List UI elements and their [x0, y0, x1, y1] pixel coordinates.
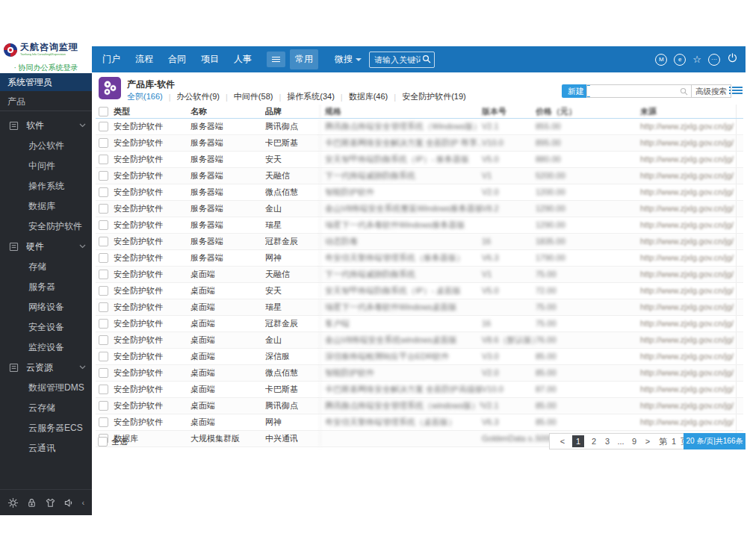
nav-item-4[interactable]: 项目 — [201, 53, 219, 66]
nav-item-2[interactable]: 流程 — [135, 53, 153, 66]
gear-icon[interactable] — [7, 497, 19, 508]
cell-source[interactable]: http://www.zjxlg.gov.cn/jg/ — [640, 299, 736, 315]
sidebar-section-product[interactable]: 产品 — [0, 91, 92, 111]
nav-item-changyong[interactable]: 常用 — [290, 49, 318, 69]
row-checkbox[interactable] — [99, 385, 108, 394]
global-search-box[interactable] — [369, 52, 435, 68]
row-checkbox[interactable] — [99, 335, 108, 345]
nav-item-5[interactable]: 人事 — [234, 53, 252, 66]
row-checkbox[interactable] — [99, 237, 108, 246]
cell-source[interactable]: http://www.zjxlg.gov.cn/jg/ — [640, 382, 736, 397]
sidebar-item-3-1[interactable]: 数据管理DMS — [0, 378, 92, 398]
sidebar-item-1-2[interactable]: 中间件 — [0, 156, 92, 176]
sidebar-item-1-3[interactable]: 操作系统 — [0, 176, 92, 196]
list-view-icon[interactable] — [732, 85, 743, 96]
cell-source[interactable]: http://www.zjxlg.gov.cn/jg/ — [640, 267, 736, 282]
sidebar-group-3[interactable]: 云资源 — [0, 358, 92, 378]
advanced-search-button[interactable]: 高级搜索 — [691, 84, 731, 98]
cell-source[interactable]: http://www.zjxlg.gov.cn/jg/ — [640, 201, 736, 217]
cell-source[interactable]: http://www.zjxlg.gov.cn/jg/ — [640, 184, 736, 200]
page-button-1[interactable]: 1 — [572, 435, 584, 447]
row-checkbox[interactable] — [99, 122, 108, 131]
favorite-star-icon[interactable]: ☆ — [692, 55, 701, 65]
row-checkbox[interactable] — [99, 319, 108, 329]
header-checkbox[interactable] — [99, 107, 108, 116]
row-checkbox[interactable] — [99, 270, 108, 279]
cell-source[interactable]: http://www.zjxlg.gov.cn/jg/ — [640, 234, 736, 249]
row-checkbox[interactable] — [99, 155, 108, 164]
prev-page-button[interactable]: < — [559, 437, 566, 446]
table-search-box[interactable] — [586, 84, 691, 98]
cell-source[interactable]: http://www.zjxlg.gov.cn/jg/ — [640, 250, 736, 266]
next-page-button[interactable]: > — [644, 437, 651, 446]
collapse-left-icon[interactable]: ‹ — [81, 498, 84, 507]
cell-source[interactable]: http://www.zjxlg.gov.cn/jg/ — [640, 135, 736, 151]
cell-source[interactable]: http://www.zjxlg.gov.cn/jg/ — [640, 398, 736, 414]
page-button-3[interactable]: 3 — [604, 437, 611, 446]
sidebar-item-2-2[interactable]: 服务器 — [0, 277, 92, 297]
cell-source[interactable]: http://www.zjxlg.gov.cn/jg/ — [640, 217, 736, 233]
sidebar-item-2-3[interactable]: 网络设备 — [0, 297, 92, 317]
table-search-input[interactable] — [587, 86, 680, 96]
global-search-input[interactable] — [373, 55, 422, 65]
sidebar-item-3-4[interactable]: 云通讯 — [0, 438, 92, 458]
m-badge-icon[interactable]: M — [655, 54, 667, 66]
lock-icon[interactable] — [26, 497, 37, 508]
row-checkbox[interactable] — [99, 220, 108, 230]
sidebar-item-3-2[interactable]: 云存储 — [0, 398, 92, 418]
cell-source[interactable]: http://www.zjxlg.gov.cn/jg/ — [640, 414, 736, 430]
jump-page-value[interactable]: 1 — [670, 437, 678, 446]
cell-source[interactable]: http://www.zjxlg.gov.cn/jg/ — [640, 332, 736, 348]
row-checkbox[interactable] — [99, 417, 108, 427]
select-all[interactable]: 全选 — [98, 436, 128, 447]
row-checkbox[interactable] — [99, 253, 108, 263]
sidebar-item-3-3[interactable]: 云服务器ECS — [0, 418, 92, 438]
cell-source[interactable]: http://www.zjxlg.gov.cn/jg/ — [640, 316, 736, 332]
sidebar-item-2-5[interactable]: 监控设备 — [0, 337, 92, 358]
cell-source[interactable]: http://www.zjxlg.gov.cn/jg/ — [640, 168, 736, 184]
cell-source[interactable]: http://www.zjxlg.gov.cn/jg/ — [640, 349, 736, 364]
sidebar-group-2[interactable]: 硬件 — [0, 237, 92, 257]
row-checkbox[interactable] — [99, 352, 108, 361]
reply-icon[interactable]: e — [674, 54, 686, 66]
sidebar-item-1-1[interactable]: 办公软件 — [0, 136, 92, 156]
tab-3[interactable]: 中间件(58) — [234, 91, 273, 102]
page-button-2[interactable]: 2 — [590, 437, 598, 446]
sidebar-item-2-4[interactable]: 安全设备 — [0, 317, 92, 337]
tab-2[interactable]: 办公软件(9) — [177, 91, 220, 102]
select-all-checkbox[interactable] — [98, 437, 108, 447]
cell-source[interactable]: http://www.zjxlg.gov.cn/jg/ — [640, 365, 736, 381]
search-icon[interactable] — [422, 53, 431, 66]
page-button-9[interactable]: 9 — [630, 437, 638, 446]
power-icon[interactable] — [727, 52, 738, 66]
more-icon[interactable]: ··· — [708, 54, 720, 66]
nav-item-1[interactable]: 门户 — [102, 53, 120, 66]
tab-6[interactable]: 安全防护软件(19) — [402, 91, 466, 102]
tab-5[interactable]: 数据库(46) — [349, 91, 388, 102]
cell-source[interactable]: http://www.zjxlg.gov.cn/jg/ — [640, 119, 736, 134]
row-checkbox[interactable] — [99, 187, 108, 197]
row-checkbox[interactable] — [99, 286, 108, 296]
row-checkbox[interactable] — [99, 171, 108, 181]
nav-more-menu-button[interactable] — [267, 52, 285, 67]
sidebar-item-1-4[interactable]: 数据库 — [0, 196, 92, 217]
row-checkbox[interactable] — [99, 401, 108, 411]
cell-source[interactable]: http://www.zjxlg.gov.cn/jg/ — [640, 283, 736, 299]
row-checkbox[interactable] — [99, 138, 108, 148]
sidebar-item-1-5[interactable]: 安全防护软件 — [0, 217, 92, 237]
shirt-icon[interactable] — [45, 497, 56, 508]
row-checkbox[interactable] — [99, 302, 108, 312]
page-size-button[interactable]: 20 条/页|共166条 — [684, 433, 746, 449]
sidebar-role-label[interactable]: 系统管理员 — [0, 73, 92, 91]
sidebar-group-1[interactable]: 软件 — [0, 116, 92, 136]
row-checkbox[interactable] — [99, 368, 108, 378]
tab-4[interactable]: 操作系统(34) — [287, 91, 335, 102]
row-checkbox[interactable] — [99, 204, 108, 214]
page-button-...[interactable]: ... — [617, 437, 624, 446]
system-login-link[interactable]: · 协同办公系统登录 — [0, 63, 92, 73]
volume-icon[interactable] — [63, 497, 75, 508]
wesearch-dropdown[interactable]: 微搜 — [335, 53, 362, 66]
tab-1[interactable]: 全部(166) — [127, 91, 163, 102]
nav-item-3[interactable]: 合同 — [168, 53, 186, 66]
cell-source[interactable]: http://www.zjxlg.gov.cn/jg/ — [640, 152, 736, 167]
